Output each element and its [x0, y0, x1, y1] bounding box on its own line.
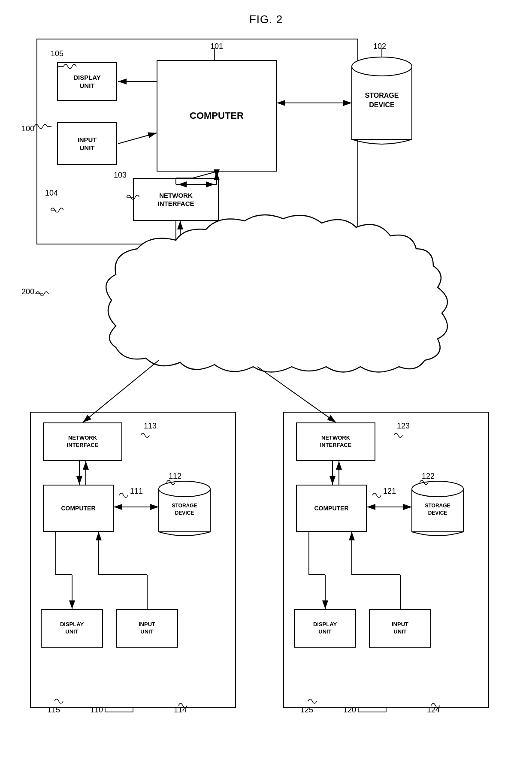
ref-123: 123 [397, 422, 410, 431]
ref-114: 114 [174, 706, 187, 715]
ref-200: 200 [21, 287, 34, 296]
svg-point-4 [352, 57, 412, 76]
computer-121: COMPUTER [296, 485, 367, 532]
ref-110: 110 [90, 706, 103, 715]
network-interface-103: NETWORKINTERFACE [133, 178, 219, 221]
network-interface-113: NETWORKINTERFACE [43, 422, 122, 461]
ref-102: 102 [373, 42, 386, 51]
ref-121: 121 [383, 487, 396, 496]
input-unit-124: INPUTUNIT [369, 609, 431, 648]
ref-105: 105 [51, 49, 63, 58]
computer-101: COMPUTER [157, 60, 277, 172]
ref-111: 111 [130, 487, 143, 496]
input-unit-114: INPUTUNIT [116, 609, 178, 648]
ref-124: 124 [427, 706, 440, 715]
network-interface-123: NETWORKINTERFACE [296, 422, 375, 461]
diagram: FIG. 2 100 101 102 103 104 105 COMPUTER … [0, 0, 532, 760]
figure-title: FIG. 2 [249, 13, 283, 26]
display-unit-115: DISPLAYUNIT [41, 609, 103, 648]
ref-104: 104 [45, 189, 58, 198]
ref-103: 103 [114, 171, 127, 180]
ref-125: 125 [300, 706, 313, 715]
computer-111: COMPUTER [43, 485, 114, 532]
display-unit-125: DISPLAYUNIT [294, 609, 356, 648]
svg-text:STORAGE: STORAGE [365, 92, 399, 99]
ref-122: 122 [422, 472, 435, 481]
ref-120: 120 [343, 706, 356, 715]
svg-rect-3 [352, 66, 412, 139]
ref-112: 112 [169, 472, 181, 481]
ref-113: 113 [144, 422, 157, 431]
ref-115: 115 [47, 706, 60, 715]
ref-101: 101 [210, 42, 223, 51]
input-unit-104: INPUTUNIT [57, 122, 117, 165]
svg-text:DEVICE: DEVICE [369, 101, 395, 109]
ref-100: 100 [21, 124, 34, 133]
display-unit-105: DISPLAYUNIT [57, 62, 117, 101]
